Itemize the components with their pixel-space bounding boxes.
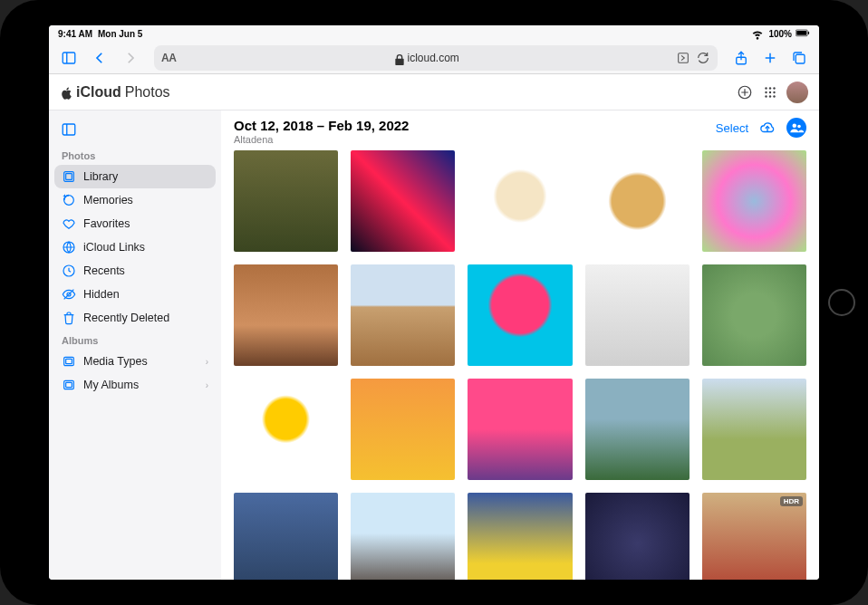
sidebar-item-label: Hidden: [83, 288, 120, 301]
home-button[interactable]: [828, 289, 855, 316]
text-size-button[interactable]: AA: [161, 52, 176, 64]
sidebar-item-media-types[interactable]: Media Types›: [54, 350, 216, 373]
link-icon: [62, 240, 76, 254]
svg-rect-25: [66, 174, 72, 180]
app-header: iCloud Photos: [49, 74, 819, 110]
apps-grid-button[interactable]: [757, 80, 783, 105]
sidebar-section-photos: Photos: [54, 145, 216, 165]
photo-thumbnail[interactable]: [585, 150, 690, 252]
photo-thumbnail[interactable]: [234, 379, 338, 480]
tabs-button[interactable]: [786, 45, 812, 71]
apple-icon: [60, 86, 72, 99]
svg-point-13: [765, 87, 767, 89]
photo-thumbnail[interactable]: [702, 150, 806, 252]
lock-icon: [392, 53, 403, 63]
photo-thumbnail[interactable]: [468, 379, 572, 480]
brand-prefix: iCloud: [76, 84, 121, 101]
svg-point-21: [773, 95, 775, 97]
cloud-upload-icon[interactable]: [757, 118, 777, 138]
svg-point-19: [765, 95, 767, 97]
photo-thumbnail[interactable]: [702, 264, 806, 366]
status-bar: 9:41 AM Mon Jun 5 100%: [49, 25, 819, 42]
svg-rect-32: [66, 359, 72, 363]
folder-icon: [62, 354, 76, 369]
back-button[interactable]: [87, 45, 112, 71]
wifi-icon: [750, 26, 765, 41]
photo-thumbnail[interactable]: [585, 264, 690, 366]
photo-thumbnail[interactable]: [585, 379, 690, 480]
svg-point-14: [769, 87, 771, 89]
battery-icon: [796, 26, 810, 41]
svg-point-36: [793, 124, 797, 129]
url-text: icloud.com: [407, 52, 458, 64]
svg-rect-9: [796, 54, 805, 63]
sidebar-section-albums: Albums: [54, 330, 216, 350]
status-date: Mon Jun 5: [98, 29, 142, 39]
sidebar-item-label: Favorites: [83, 217, 130, 230]
svg-point-17: [769, 91, 771, 92]
memories-icon: [62, 193, 76, 207]
main-panel: Oct 12, 2018 – Feb 19, 2022 Altadena Sel…: [221, 110, 819, 580]
photo-thumbnail[interactable]: [351, 379, 455, 480]
photo-thumbnail[interactable]: [351, 150, 455, 252]
eye-icon: [62, 287, 76, 302]
address-bar[interactable]: AA icloud.com: [154, 45, 718, 71]
brand-suffix: Photos: [125, 84, 170, 101]
battery-label: 100%: [768, 29, 792, 39]
photo-thumbnail[interactable]: [468, 150, 572, 252]
photo-thumbnail[interactable]: [234, 264, 338, 366]
sidebar-collapse-button[interactable]: [56, 118, 82, 141]
status-time: 9:41 AM: [58, 29, 92, 39]
clock-icon: [62, 264, 76, 278]
photo-grid: HDR: [221, 150, 819, 580]
reload-icon[interactable]: [696, 51, 710, 65]
svg-point-20: [769, 95, 771, 97]
sidebar-item-my-albums[interactable]: My Albums›: [54, 373, 216, 397]
browser-toolbar: AA icloud.com: [49, 42, 819, 74]
shared-library-icon[interactable]: [786, 118, 806, 138]
sidebar-item-label: Library: [83, 170, 118, 183]
photo-thumbnail[interactable]: [351, 264, 455, 366]
sidebar-item-recents[interactable]: Recents: [54, 259, 216, 283]
photo-thumbnail[interactable]: [234, 150, 338, 252]
app-brand[interactable]: iCloud Photos: [60, 84, 170, 101]
sidebar: Photos LibraryMemoriesFavoritesiCloud Li…: [49, 110, 221, 580]
hdr-badge: HDR: [780, 496, 803, 506]
heart-icon: [62, 216, 76, 231]
upload-button[interactable]: [732, 80, 757, 105]
photo-thumbnail[interactable]: [468, 264, 572, 366]
sidebar-item-label: Recently Deleted: [83, 312, 169, 324]
sidebar-item-favorites[interactable]: Favorites: [54, 212, 216, 235]
library-icon: [62, 169, 76, 184]
sidebar-toggle-button[interactable]: [56, 45, 82, 71]
svg-rect-5: [679, 53, 689, 62]
sidebar-item-memories[interactable]: Memories: [54, 188, 216, 212]
photo-thumbnail[interactable]: HDR: [702, 493, 806, 580]
select-button[interactable]: Select: [716, 121, 748, 135]
content-location: Altadena: [234, 134, 716, 145]
sidebar-item-library[interactable]: Library: [54, 165, 216, 188]
svg-rect-34: [66, 382, 72, 387]
reader-icon[interactable]: [676, 51, 690, 65]
sidebar-item-icloud-links[interactable]: iCloud Links: [54, 235, 216, 259]
photo-thumbnail[interactable]: [702, 379, 806, 480]
forward-button: [118, 45, 143, 71]
sidebar-item-recently-deleted[interactable]: Recently Deleted: [54, 306, 216, 330]
sidebar-item-label: My Albums: [83, 379, 139, 391]
folder-icon: [62, 378, 76, 392]
new-tab-button[interactable]: [757, 45, 783, 71]
share-button[interactable]: [728, 45, 754, 71]
svg-point-15: [773, 87, 775, 89]
sidebar-item-hidden[interactable]: Hidden: [54, 283, 216, 306]
photo-thumbnail[interactable]: [351, 493, 455, 580]
svg-rect-22: [63, 124, 75, 135]
chevron-right-icon: ›: [206, 380, 208, 390]
chevron-right-icon: ›: [206, 357, 208, 367]
sidebar-item-label: Recents: [83, 264, 125, 277]
photo-thumbnail[interactable]: [585, 493, 690, 580]
svg-point-37: [797, 125, 801, 129]
photo-thumbnail[interactable]: [468, 493, 572, 580]
svg-rect-2: [808, 32, 809, 34]
photo-thumbnail[interactable]: [234, 493, 338, 580]
account-avatar[interactable]: [786, 82, 808, 103]
